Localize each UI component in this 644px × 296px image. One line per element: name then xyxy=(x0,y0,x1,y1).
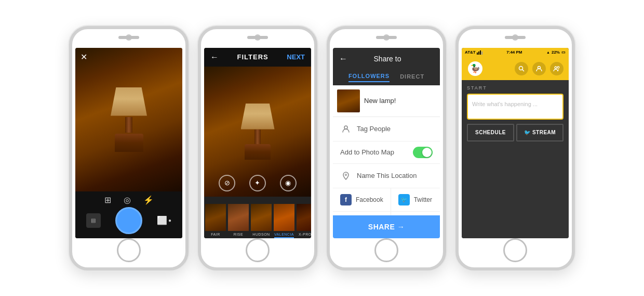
filter-overlay-controls: ⊘ ✦ ◉ xyxy=(204,175,311,191)
share-back-button[interactable]: ← xyxy=(339,54,347,63)
filters-viewfinder: ⊘ ✦ ◉ xyxy=(204,67,311,197)
filter-no-icon[interactable]: ⊘ xyxy=(219,175,235,191)
grid-icon[interactable]: ⊞ xyxy=(104,195,111,205)
camera-toolbar: ⊞ ◎ ⚡ ▤ ⬜ ● xyxy=(75,191,182,238)
periscope-logo: 🦆 xyxy=(467,60,484,77)
share-button[interactable]: SHARE → xyxy=(333,215,440,238)
speaker-periscope xyxy=(505,36,526,39)
camera-screen: ✕ ⊞ ◎ ⚡ ▤ xyxy=(75,48,182,238)
twitter-bird-icon: 🐦 xyxy=(524,130,530,135)
svg-point-6 xyxy=(557,66,559,68)
schedule-label: SCHEDULE xyxy=(475,130,506,135)
gallery-icon: ▤ xyxy=(91,217,96,223)
photo-map-label: Add to Photo Map xyxy=(340,148,394,156)
share-button-label: SHARE → xyxy=(368,223,405,231)
twitter-icon: 🐦 xyxy=(398,194,410,205)
flash-icon[interactable]: ⚡ xyxy=(143,195,154,205)
share-caption-text[interactable]: New lamp! xyxy=(364,97,396,105)
lamp-base-filter xyxy=(245,144,271,160)
search-header-icon[interactable] xyxy=(515,62,528,75)
filter-hudson-label: HUDSON xyxy=(252,233,270,238)
share-screen-container: ← Share to FOLLOWERS DIRECT New lamp! xyxy=(333,48,440,238)
filters-next-button[interactable]: NEXT xyxy=(287,53,305,61)
filter-fair-thumb xyxy=(205,204,226,231)
lamp-image xyxy=(111,87,147,152)
phones-container: ✕ ⊞ ◎ ⚡ ▤ xyxy=(59,16,585,281)
signal-bars xyxy=(477,50,482,55)
speaker-filters xyxy=(247,36,268,39)
lamp-base xyxy=(115,134,143,152)
filter-valencia-label: VALENCIA xyxy=(274,233,294,238)
periscope-face-icon: 🦆 xyxy=(470,63,480,73)
flickr-option[interactable]: ●● Flickr xyxy=(391,212,440,215)
stream-button[interactable]: 🐦 STREAM xyxy=(516,124,564,141)
profile-header-icon[interactable] xyxy=(532,62,546,75)
signal-bar-2 xyxy=(478,52,479,55)
header-action-icons xyxy=(515,62,564,75)
people-header-icon[interactable] xyxy=(550,62,564,75)
twitter-option[interactable]: 🐦 Twitter xyxy=(391,188,440,212)
filter-xpro[interactable]: X-PRO II xyxy=(296,204,311,238)
status-right: ▲ 22% ▭ xyxy=(546,50,566,55)
filters-back-button[interactable]: ← xyxy=(210,53,219,62)
filters-screen-container: ← FILTERS NEXT ⊘ ✦ ◉ xyxy=(204,48,311,238)
schedule-button[interactable]: SCHEDULE xyxy=(467,124,514,141)
lamp-pole xyxy=(125,117,132,133)
location-label: Name This Location xyxy=(357,172,417,179)
tab-followers[interactable]: FOLLOWERS xyxy=(348,73,390,82)
periscope-logo-circle: 🦆 xyxy=(468,61,482,76)
filter-xpro-label: X-PRO II xyxy=(299,233,311,238)
aperture-icon[interactable]: ◎ xyxy=(124,195,131,205)
share-header: ← Share to xyxy=(333,48,440,70)
phone-share: ← Share to FOLLOWERS DIRECT New lamp! xyxy=(327,26,446,271)
filter-valencia[interactable]: VALENCIA xyxy=(273,204,296,238)
speaker-share xyxy=(376,36,397,39)
status-left: AT&T xyxy=(465,50,482,55)
share-content: New lamp! Tag People Add to Photo Map xyxy=(333,85,440,215)
signal-bar-4 xyxy=(481,52,482,55)
signal-bar-3 xyxy=(480,50,481,55)
time-label: 7:44 PM xyxy=(506,50,522,55)
phone-filters: ← FILTERS NEXT ⊘ ✦ ◉ xyxy=(198,26,317,271)
stream-label: STREAM xyxy=(532,130,556,135)
facebook-option[interactable]: f Facebook xyxy=(333,188,391,212)
video-icon: ⬜ xyxy=(157,215,167,225)
twitter-label: Twitter xyxy=(414,196,432,203)
lamp-shade xyxy=(111,87,147,116)
location-icon xyxy=(340,170,352,182)
camera-modes: ⊞ ◎ ⚡ xyxy=(104,195,154,205)
filter-hudson-thumb xyxy=(251,204,272,231)
tag-people-option[interactable]: Tag People xyxy=(333,117,440,141)
tweet-input-container[interactable]: Write what's happening ... xyxy=(467,94,564,120)
status-bar: AT&T 7:44 PM ▲ 22% ▭ xyxy=(462,48,569,57)
photo-map-toggle[interactable] xyxy=(413,147,433,158)
share-photo-thumbnail xyxy=(337,89,360,112)
lamp-image-filter xyxy=(241,104,275,160)
filter-rise-thumb xyxy=(228,204,249,231)
carrier-label: AT&T xyxy=(465,50,476,55)
filters-title: FILTERS xyxy=(237,53,269,61)
filter-fair[interactable]: FAIR xyxy=(204,204,227,238)
tab-direct[interactable]: DIRECT xyxy=(400,73,424,82)
gallery-button[interactable]: ▤ xyxy=(86,213,101,228)
filter-brightness-icon[interactable]: ✦ xyxy=(249,175,266,191)
camera-capture-controls: ▤ ⬜ ● xyxy=(86,207,171,234)
phone-periscope: AT&T 7:44 PM ▲ 22% ▭ xyxy=(455,26,575,271)
tweet-placeholder: Write what's happening ... xyxy=(472,101,538,107)
periscope-header: 🦆 xyxy=(462,57,569,80)
close-icon[interactable]: ✕ xyxy=(81,52,87,62)
filter-rise[interactable]: RISE xyxy=(227,204,250,238)
video-button[interactable]: ⬜ ● xyxy=(157,215,171,225)
video-dot: ● xyxy=(168,217,171,223)
filter-face-icon[interactable]: ◉ xyxy=(280,175,297,191)
filter-hudson[interactable]: HUDSON xyxy=(250,204,273,238)
start-label: START xyxy=(467,85,564,91)
filter-xpro-thumb xyxy=(297,204,311,231)
social-grid: f Facebook 🐦 Twitter t Tumblr xyxy=(333,188,440,215)
location-option[interactable]: Name This Location xyxy=(333,164,440,188)
tumblr-option[interactable]: t Tumblr xyxy=(333,212,391,215)
shutter-button[interactable] xyxy=(115,207,142,234)
share-tabs: FOLLOWERS DIRECT xyxy=(333,70,440,85)
facebook-label: Facebook xyxy=(356,196,383,203)
speaker-camera xyxy=(118,36,139,39)
